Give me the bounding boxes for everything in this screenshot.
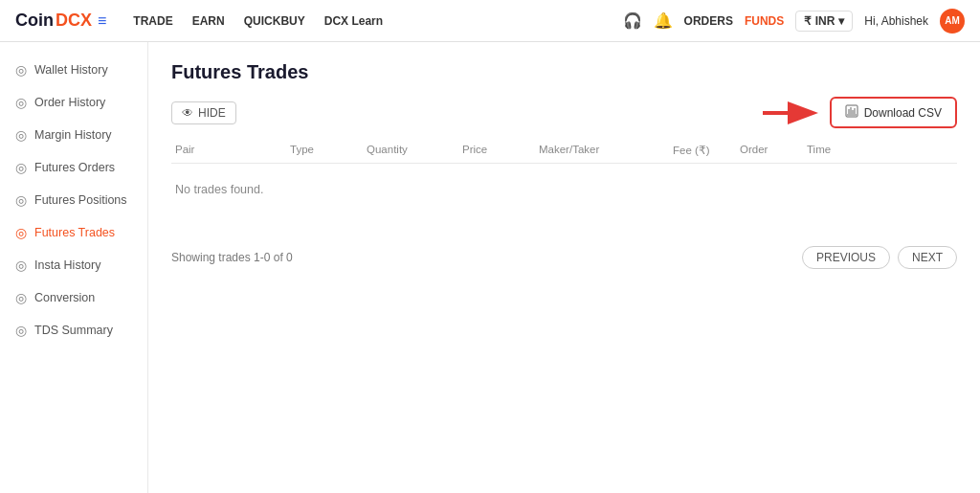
funds-button[interactable]: FUNDS — [745, 14, 784, 28]
table-header: Pair Type Quantity Price Maker/Taker Fee… — [171, 138, 957, 164]
navbar-right: 🎧 🔔 ORDERS FUNDS ₹ INR ▾ Hi, Abhishek AM — [623, 9, 965, 34]
insta-history-icon: ◎ — [15, 258, 27, 273]
wallet-icon: ◎ — [15, 62, 27, 78]
headset-icon[interactable]: 🎧 — [623, 11, 642, 30]
user-greeting[interactable]: Hi, Abhishek — [864, 14, 928, 28]
sidebar-item-futures-orders[interactable]: ◎ Futures Orders — [0, 151, 147, 184]
col-type: Type — [286, 144, 363, 157]
sidebar-item-tds-summary[interactable]: ◎ TDS Summary — [0, 314, 147, 347]
col-order: Order — [736, 144, 803, 157]
col-pair: Pair — [171, 144, 286, 157]
orders-button[interactable]: ORDERS — [684, 14, 733, 28]
sidebar-item-wallet-history[interactable]: ◎ Wallet History — [0, 54, 147, 86]
sidebar-label-margin-history: Margin History — [34, 128, 112, 142]
table-body: No trades found. — [171, 164, 957, 215]
sidebar-label-tds-summary: TDS Summary — [34, 324, 113, 337]
logo-dcx-text: DCX — [56, 11, 92, 31]
toolbar: 👁 HIDE — [171, 97, 957, 128]
no-data-message: No trades found. — [171, 179, 957, 200]
sidebar-label-futures-orders: Futures Orders — [34, 161, 115, 174]
order-icon: ◎ — [15, 95, 27, 110]
col-fee: Fee (₹) — [669, 144, 736, 157]
sidebar-label-futures-trades: Futures Trades — [34, 226, 115, 239]
download-csv-label: Download CSV — [864, 106, 942, 120]
col-quantity: Quantity — [363, 144, 458, 157]
logo[interactable]: Coin DCX ≡ — [15, 11, 106, 31]
red-arrow-annotation — [763, 100, 820, 126]
sidebar-label-conversion: Conversion — [34, 291, 95, 304]
futures-positions-icon: ◎ — [15, 192, 27, 208]
col-makertaker: Maker/Taker — [535, 144, 669, 157]
logo-icon: ≡ — [98, 12, 106, 30]
previous-button[interactable]: PREVIOUS — [802, 246, 890, 269]
sidebar-item-margin-history[interactable]: ◎ Margin History — [0, 119, 147, 151]
col-time: Time — [803, 144, 880, 157]
bell-icon[interactable]: 🔔 — [654, 11, 673, 30]
showing-text: Showing trades 1-0 of 0 — [171, 251, 293, 264]
sidebar-label-order-history: Order History — [34, 96, 105, 109]
sidebar: ◎ Wallet History ◎ Order History ◎ Margi… — [0, 42, 148, 493]
futures-trades-icon: ◎ — [15, 225, 27, 240]
page-title: Futures Trades — [171, 61, 957, 83]
currency-label: ₹ INR — [804, 14, 835, 28]
tds-icon: ◎ — [15, 323, 27, 338]
logo-coin-text: Coin — [15, 11, 54, 31]
main-content: Futures Trades 👁 HIDE — [148, 42, 980, 493]
next-button[interactable]: NEXT — [898, 246, 957, 269]
sidebar-item-insta-history[interactable]: ◎ Insta History — [0, 249, 147, 281]
chevron-down-icon: ▾ — [838, 14, 844, 28]
conversion-icon: ◎ — [15, 290, 27, 305]
sidebar-label-wallet-history: Wallet History — [34, 63, 108, 77]
eye-icon: 👁 — [182, 106, 193, 120]
sidebar-label-insta-history: Insta History — [34, 258, 100, 272]
nav-earn[interactable]: EARN — [192, 14, 225, 28]
nav-dcxlearn[interactable]: DCX Learn — [324, 14, 383, 28]
margin-icon: ◎ — [15, 127, 27, 143]
app-layout: ◎ Wallet History ◎ Order History ◎ Margi… — [0, 42, 980, 493]
download-csv-icon — [845, 104, 858, 121]
top-navbar: Coin DCX ≡ TRADE EARN QUICKBUY DCX Learn… — [0, 0, 980, 42]
sidebar-item-futures-positions[interactable]: ◎ Futures Positions — [0, 184, 147, 216]
download-csv-button[interactable]: Download CSV — [830, 97, 957, 128]
hide-label: HIDE — [198, 106, 226, 120]
table-footer: Showing trades 1-0 of 0 PREVIOUS NEXT — [171, 238, 957, 269]
avatar[interactable]: AM — [940, 9, 965, 34]
col-price: Price — [458, 144, 535, 157]
sidebar-item-futures-trades[interactable]: ◎ Futures Trades — [0, 216, 147, 249]
pagination: PREVIOUS NEXT — [802, 246, 957, 269]
currency-selector[interactable]: ₹ INR ▾ — [795, 11, 853, 32]
nav-quickbuy[interactable]: QUICKBUY — [244, 14, 305, 28]
hide-button[interactable]: 👁 HIDE — [171, 101, 236, 124]
nav-trade[interactable]: TRADE — [133, 14, 172, 28]
sidebar-label-futures-positions: Futures Positions — [34, 193, 127, 207]
sidebar-item-conversion[interactable]: ◎ Conversion — [0, 281, 147, 314]
sidebar-item-order-history[interactable]: ◎ Order History — [0, 86, 147, 119]
toolbar-right: Download CSV — [763, 97, 957, 128]
futures-orders-icon: ◎ — [15, 160, 27, 175]
nav-links: TRADE EARN QUICKBUY DCX Learn — [133, 14, 383, 28]
